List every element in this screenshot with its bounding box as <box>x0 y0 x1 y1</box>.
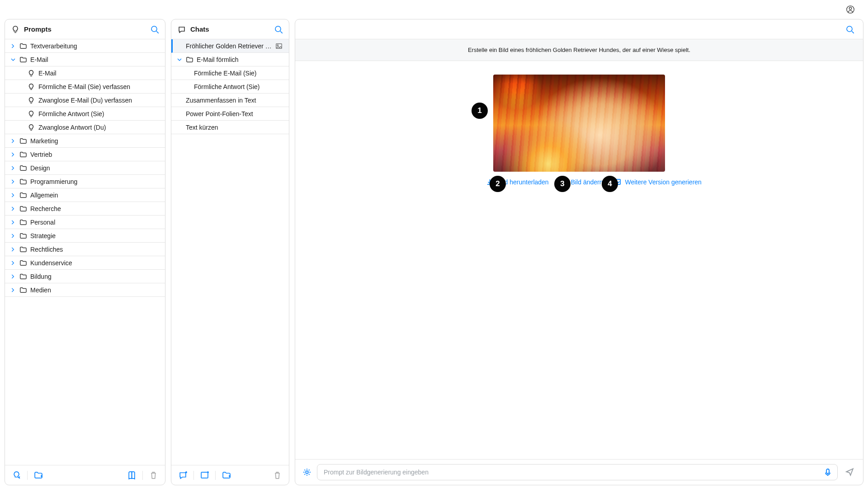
send-button[interactable] <box>843 465 856 479</box>
chevron-right-icon[interactable] <box>10 165 17 171</box>
image-icon <box>275 42 283 50</box>
chats-panel: Chats Fröhlicher Golden Retriever HundE-… <box>171 19 289 485</box>
chevron-right-icon[interactable] <box>10 247 17 252</box>
chevron-right-icon[interactable] <box>10 260 17 266</box>
folder-icon <box>19 246 28 253</box>
prompts-search-icon[interactable] <box>151 25 159 33</box>
main-panel: Erstelle ein Bild eines fröhlichen Golde… <box>295 19 863 485</box>
callout-2: 2 <box>490 176 506 192</box>
prompts-folder[interactable]: Vertrieb <box>5 148 165 161</box>
chevron-right-icon[interactable] <box>10 274 17 279</box>
chats-item[interactable]: Zusammenfassen in Text <box>171 94 289 107</box>
chats-new-folder-button[interactable] <box>220 469 232 481</box>
main-search-icon[interactable] <box>846 25 854 33</box>
composer <box>295 459 863 485</box>
chats-item[interactable]: Förmliche Antwort (Sie) <box>171 80 289 94</box>
folder-icon <box>19 56 28 63</box>
library-button[interactable] <box>126 469 138 481</box>
chevron-right-icon[interactable] <box>10 206 17 211</box>
row-label: Personal <box>30 219 160 226</box>
folder-icon <box>19 178 28 185</box>
chevron-right-icon[interactable] <box>10 287 17 293</box>
new-prompt-button[interactable] <box>10 469 23 481</box>
chevron-right-icon[interactable] <box>10 152 17 157</box>
new-image-chat-button[interactable] <box>198 469 211 481</box>
chevron-right-icon[interactable] <box>10 192 17 198</box>
folder-icon <box>19 273 28 280</box>
folder-icon <box>19 164 28 172</box>
chevron-right-icon[interactable] <box>10 138 17 144</box>
prompts-item[interactable]: Zwanglose Antwort (Du) <box>5 121 165 134</box>
chevron-right-icon[interactable] <box>10 43 17 49</box>
chats-item[interactable]: Förmliche E-Mail (Sie) <box>171 66 289 80</box>
row-label: Text kürzen <box>186 124 283 131</box>
prompts-item[interactable]: Förmliche Antwort (Sie) <box>5 107 165 121</box>
prompts-item[interactable]: E-Mail <box>5 66 165 80</box>
folder-icon <box>19 151 28 158</box>
delete-prompt-button[interactable] <box>147 469 160 481</box>
chats-header: Chats <box>171 19 289 39</box>
prompts-item[interactable]: Zwanglose E-Mail (Du) verfassen <box>5 94 165 107</box>
prompts-folder[interactable]: E-Mail <box>5 53 165 66</box>
chevron-right-icon[interactable] <box>10 220 17 225</box>
chats-item[interactable]: Fröhlicher Golden Retriever Hund <box>171 39 289 53</box>
prompts-folder[interactable]: Medien <box>5 283 165 297</box>
bulb-icon <box>28 70 36 77</box>
image-actions: Bild herunterladen Bild ändern Weitere V… <box>486 178 672 186</box>
prompts-folder[interactable]: Design <box>5 161 165 175</box>
prompts-folder[interactable]: Bildung <box>5 270 165 283</box>
callout-1: 1 <box>472 103 488 119</box>
prompts-item[interactable]: Förmliche E-Mail (Sie) verfassen <box>5 80 165 94</box>
chats-folder[interactable]: E-Mail förmlich <box>171 53 289 66</box>
bulb-icon <box>28 83 36 90</box>
row-label: Zusammenfassen in Text <box>186 97 283 104</box>
new-folder-button[interactable] <box>32 469 44 481</box>
delete-chat-button[interactable] <box>271 469 283 481</box>
regen-label: Weitere Version generieren <box>625 178 701 186</box>
prompts-folder[interactable]: Kundenservice <box>5 256 165 270</box>
row-label: Medien <box>30 286 160 294</box>
account-icon[interactable] <box>846 5 854 14</box>
row-label: Programmierung <box>30 178 160 185</box>
mic-button[interactable] <box>824 468 832 476</box>
generated-image[interactable] <box>493 75 665 172</box>
prompts-folder[interactable]: Rechtliches <box>5 243 165 256</box>
row-label: Design <box>30 164 160 172</box>
chevron-right-icon[interactable] <box>10 179 17 184</box>
prompts-folder[interactable]: Programmierung <box>5 175 165 188</box>
row-label: Kundenservice <box>30 259 160 267</box>
row-label: Förmliche Antwort (Sie) <box>38 110 160 117</box>
folder-icon <box>19 232 28 239</box>
prompts-folder[interactable]: Strategie <box>5 229 165 243</box>
folder-icon <box>19 205 28 212</box>
chats-footer <box>171 465 289 485</box>
row-label: Allgemein <box>30 192 160 199</box>
row-label: Förmliche E-Mail (Sie) <box>194 70 283 77</box>
prompts-folder[interactable]: Textverarbeitung <box>5 39 165 53</box>
row-label: Fröhlicher Golden Retriever Hund <box>186 42 273 50</box>
prompts-folder[interactable]: Allgemein <box>5 188 165 202</box>
bulb-icon <box>28 124 36 131</box>
chevron-right-icon[interactable] <box>10 233 17 239</box>
row-label: Zwanglose Antwort (Du) <box>38 124 160 131</box>
main-header <box>295 19 863 39</box>
composer-settings-button[interactable] <box>302 468 311 477</box>
chats-item[interactable]: Power Point-Folien-Text <box>171 107 289 121</box>
chevron-down-icon[interactable] <box>10 57 17 62</box>
row-label: Förmliche Antwort (Sie) <box>194 83 283 90</box>
prompts-folder[interactable]: Recherche <box>5 202 165 216</box>
chats-tree: Fröhlicher Golden Retriever HundE-Mail f… <box>171 39 289 465</box>
row-label: Vertrieb <box>30 151 160 158</box>
chats-item[interactable]: Text kürzen <box>171 121 289 134</box>
row-label: Power Point-Folien-Text <box>186 110 283 117</box>
chevron-down-icon[interactable] <box>177 57 183 62</box>
prompts-folder[interactable]: Personal <box>5 216 165 229</box>
folder-icon <box>19 137 28 145</box>
bulb-icon <box>11 25 19 33</box>
prompts-title: Prompts <box>24 25 52 33</box>
compose-input[interactable] <box>323 468 824 476</box>
regenerate-button[interactable]: Weitere Version generieren <box>613 178 701 186</box>
chats-search-icon[interactable] <box>274 25 283 33</box>
new-chat-button[interactable] <box>177 469 189 481</box>
prompts-folder[interactable]: Marketing <box>5 134 165 148</box>
